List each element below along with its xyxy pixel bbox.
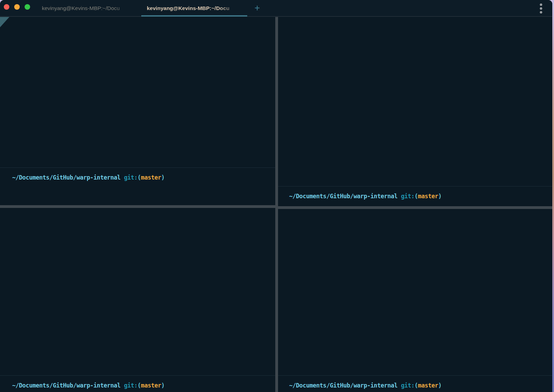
pane-grid: ~/Documents/GitHub/warp-internal git:(ma… — [0, 17, 552, 392]
git-branch-name: master — [141, 174, 161, 181]
tab-terminal-2-active[interactable]: kevinyang@Kevins-MBP:~/Docu — [141, 0, 244, 17]
prompt-git-label: git — [397, 193, 411, 200]
prompt-path: ~/Documents/GitHub/warp-internal — [12, 174, 120, 181]
terminal-pane-top-right[interactable]: ~/Documents/GitHub/warp-internal git:(ma… — [278, 17, 552, 206]
prompt-git-label: git — [397, 382, 411, 389]
prompt-git-label: git — [120, 382, 134, 389]
traffic-lights — [4, 4, 30, 10]
prompt-open-paren: ( — [414, 193, 418, 200]
terminal-pane-bottom-left[interactable]: ~/Documents/GitHub/warp-internal git:(ma… — [0, 208, 275, 392]
minimize-window-button[interactable] — [14, 4, 20, 10]
prompt-block[interactable]: ~/Documents/GitHub/warp-internal git:(ma… — [0, 375, 275, 389]
prompt-block[interactable]: ~/Documents/GitHub/warp-internal git:(ma… — [278, 375, 552, 389]
prompt-separator: : — [411, 193, 414, 200]
horizontal-pane-divider[interactable] — [278, 206, 552, 209]
tab-terminal-1[interactable]: kevinyang@Kevins-MBP:~/Docu — [36, 0, 141, 17]
pane-column-right: ~/Documents/GitHub/warp-internal git:(ma… — [278, 17, 552, 392]
prompt-block[interactable]: ~/Documents/GitHub/warp-internal git:(ma… — [278, 186, 552, 200]
pane-column-left: ~/Documents/GitHub/warp-internal git:(ma… — [0, 17, 275, 392]
kebab-menu-icon — [540, 3, 542, 6]
terminal-window: kevinyang@Kevins-MBP:~/Docu kevinyang@Ke… — [0, 0, 552, 392]
prompt-close-paren: ) — [438, 382, 442, 389]
prompt-open-paren: ( — [137, 174, 141, 181]
vertical-pane-divider[interactable] — [275, 17, 278, 392]
prompt-path: ~/Documents/GitHub/warp-internal — [12, 382, 120, 389]
more-options-button[interactable] — [536, 3, 546, 13]
tab-bar: kevinyang@Kevins-MBP:~/Docu kevinyang@Ke… — [0, 0, 552, 17]
pane-focus-corner-icon — [0, 17, 9, 27]
prompt-block[interactable]: ~/Documents/GitHub/warp-internal git:(ma… — [0, 167, 275, 181]
close-window-button[interactable] — [4, 4, 9, 10]
shell-prompt: ~/Documents/GitHub/warp-internal git:(ma… — [278, 382, 552, 389]
shell-prompt: ~/Documents/GitHub/warp-internal git:(ma… — [0, 174, 275, 181]
prompt-separator: : — [134, 382, 137, 389]
plus-icon: + — [254, 3, 260, 13]
tab-title: kevinyang@Kevins-MBP:~/Docu — [42, 0, 141, 17]
prompt-separator: : — [411, 382, 414, 389]
prompt-open-paren: ( — [414, 382, 418, 389]
git-branch-name: master — [418, 193, 438, 200]
prompt-close-paren: ) — [161, 382, 165, 389]
shell-prompt: ~/Documents/GitHub/warp-internal git:(ma… — [0, 382, 275, 389]
terminal-pane-top-left[interactable]: ~/Documents/GitHub/warp-internal git:(ma… — [0, 17, 275, 205]
kebab-menu-icon — [540, 11, 542, 13]
maximize-window-button[interactable] — [25, 4, 30, 10]
shell-prompt: ~/Documents/GitHub/warp-internal git:(ma… — [278, 193, 552, 200]
prompt-close-paren: ) — [161, 174, 165, 181]
prompt-git-label: git — [120, 174, 134, 181]
prompt-close-paren: ) — [438, 193, 442, 200]
new-tab-button[interactable]: + — [252, 3, 262, 13]
terminal-pane-bottom-right[interactable]: ~/Documents/GitHub/warp-internal git:(ma… — [278, 209, 552, 392]
git-branch-name: master — [141, 382, 161, 389]
tab-title: kevinyang@Kevins-MBP:~/Docu — [147, 0, 244, 17]
horizontal-pane-divider[interactable] — [0, 205, 275, 208]
prompt-separator: : — [134, 174, 137, 181]
kebab-menu-icon — [540, 7, 542, 10]
prompt-path: ~/Documents/GitHub/warp-internal — [289, 382, 397, 389]
prompt-path: ~/Documents/GitHub/warp-internal — [289, 193, 397, 200]
active-tab-indicator — [141, 15, 247, 17]
prompt-open-paren: ( — [137, 382, 141, 389]
git-branch-name: master — [418, 382, 438, 389]
